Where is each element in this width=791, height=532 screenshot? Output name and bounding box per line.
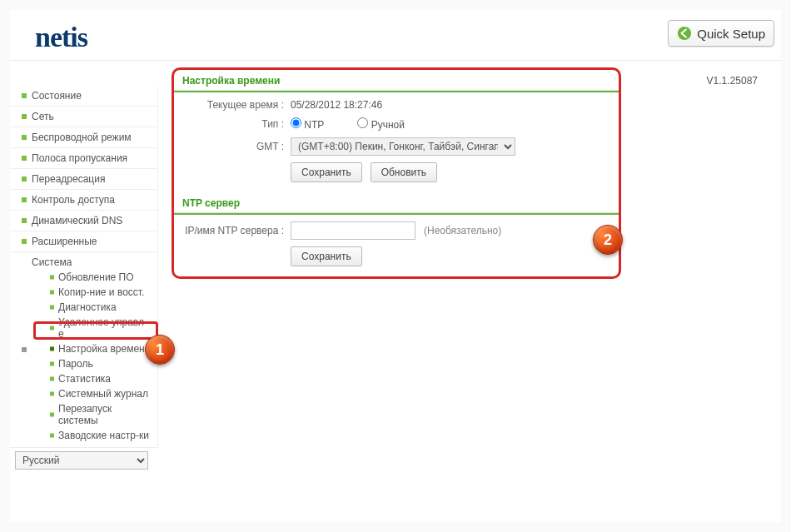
sidebar-item-access[interactable]: Контроль доступа bbox=[10, 190, 157, 211]
sidebar-sub-backup[interactable]: Копир-ние и восст. bbox=[32, 285, 151, 300]
sidebar-sub-diagnostics[interactable]: Диагностика bbox=[32, 300, 151, 315]
refresh-button[interactable]: Обновить bbox=[371, 162, 437, 182]
sidebar-item-ddns[interactable]: Динамический DNS bbox=[10, 211, 157, 231]
sidebar-sub-time[interactable]: Настройка времени bbox=[32, 341, 151, 356]
quick-setup-label: Quick Setup bbox=[697, 27, 765, 41]
sidebar-item-forwarding[interactable]: Переадресация bbox=[10, 169, 157, 190]
sidebar-item-advanced[interactable]: Расширенные bbox=[10, 231, 157, 252]
sidebar-item-bandwidth[interactable]: Полоса пропускания bbox=[10, 148, 157, 169]
sidebar-item-label: Система bbox=[32, 256, 72, 268]
svg-point-0 bbox=[678, 27, 691, 40]
quick-setup-button[interactable]: Quick Setup bbox=[668, 20, 774, 47]
ntp-ip-label: IP/имя NTP сервера : bbox=[182, 225, 291, 236]
ntp-ip-input[interactable] bbox=[291, 221, 415, 240]
radio-ntp[interactable]: NTP bbox=[291, 117, 324, 131]
current-time-value: 05/28/2012 18:27:46 bbox=[291, 99, 610, 111]
highlighted-settings-panel: Настройка времени Текущее время : 05/28/… bbox=[172, 67, 621, 279]
gmt-select[interactable]: (GMT+8:00) Пекин, Гонконг, Тайбэй, Синга… bbox=[291, 137, 515, 156]
sidebar-item-status[interactable]: Состояние bbox=[10, 86, 157, 107]
gmt-label: GMT : bbox=[182, 141, 291, 152]
language-select[interactable]: Русский bbox=[15, 451, 148, 470]
sidebar: Состояние Сеть Беспроводной режим Полоса… bbox=[10, 61, 158, 521]
sidebar-sub-firmware[interactable]: Обновление ПО bbox=[32, 270, 151, 285]
sidebar-sub-syslog[interactable]: Системный журнал bbox=[32, 386, 151, 401]
main-content: Настройка времени Текущее время : 05/28/… bbox=[158, 61, 781, 521]
sidebar-sub-reboot[interactable]: Перезапуск системы bbox=[32, 401, 151, 428]
type-label: Тип : bbox=[182, 118, 291, 130]
sidebar-item-network[interactable]: Сеть bbox=[10, 107, 157, 127]
current-time-label: Текущее время : bbox=[182, 99, 291, 111]
annotation-badge-2: 2 bbox=[593, 225, 623, 255]
arrow-left-icon bbox=[677, 26, 692, 41]
annotation-badge-1: 1 bbox=[145, 335, 175, 365]
save-button[interactable]: Сохранить bbox=[291, 162, 362, 182]
optional-hint: (Необязательно) bbox=[424, 225, 501, 236]
section-title-time: Настройка времени bbox=[174, 70, 619, 91]
brand-logo: netis bbox=[35, 22, 87, 53]
sidebar-item-wireless[interactable]: Беспроводной режим bbox=[10, 127, 157, 148]
sidebar-sub-stats[interactable]: Статистика bbox=[32, 371, 151, 386]
radio-manual[interactable]: Ручной bbox=[357, 117, 405, 131]
ntp-save-button[interactable]: Сохранить bbox=[291, 246, 362, 266]
sidebar-sub-factory[interactable]: Заводские настр-ки bbox=[32, 428, 151, 443]
sidebar-sub-remote[interactable]: Удаленное управл-е bbox=[32, 315, 151, 341]
section-title-ntp: NTP сервер bbox=[174, 192, 619, 213]
sidebar-item-system[interactable]: Система Обновление ПО Копир-ние и восст.… bbox=[10, 252, 157, 448]
sidebar-sub-password[interactable]: Пароль bbox=[32, 356, 151, 371]
